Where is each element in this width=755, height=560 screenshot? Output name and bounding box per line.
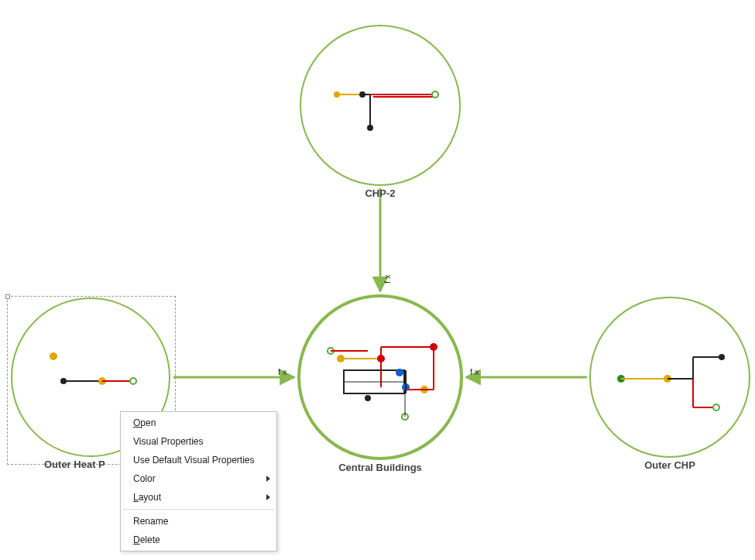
edge-label-chp-central: f x — [470, 367, 479, 376]
node-label-outer-chp: Outer CHP — [631, 459, 709, 471]
menu-item-label: Use Default Visual Properties — [133, 455, 255, 466]
menu-item-layout[interactable]: Layout — [121, 488, 276, 507]
menu-item-label: Visual Properties — [133, 436, 204, 447]
menu-item-label: Delete — [133, 534, 160, 545]
node-outer-chp[interactable] — [589, 297, 750, 458]
node-label-central: Central Buildings — [326, 462, 434, 473]
diagram-canvas[interactable]: { "colors": { "nodeStroke": "#89b84e", "… — [0, 0, 755, 560]
menu-item-color[interactable]: Color — [121, 469, 276, 488]
edge-label-heatp-central: f x — [278, 367, 287, 376]
menu-separator — [122, 509, 275, 510]
menu-item-delete[interactable]: Delete — [121, 531, 276, 549]
node-central-buildings[interactable] — [297, 294, 463, 460]
chevron-right-icon — [266, 494, 270, 500]
menu-item-rename[interactable]: Rename — [121, 512, 276, 531]
menu-item-use-default-visual-properties[interactable]: Use Default Visual Properties — [121, 451, 276, 469]
menu-item-visual-properties[interactable]: Visual Properties — [121, 432, 276, 451]
context-menu[interactable]: Open Visual Properties Use Default Visua… — [120, 411, 277, 551]
menu-item-label: Rename — [133, 516, 168, 527]
chevron-right-icon — [266, 476, 270, 482]
menu-item-label: Layout — [133, 492, 161, 503]
menu-item-open[interactable]: Open — [121, 414, 276, 432]
edge-label-chp2-central: f x — [383, 274, 392, 283]
menu-item-label: Open — [133, 417, 156, 428]
node-chp2[interactable] — [300, 25, 461, 186]
menu-item-label: Color — [133, 473, 156, 484]
node-label-chp2: CHP-2 — [341, 187, 419, 199]
